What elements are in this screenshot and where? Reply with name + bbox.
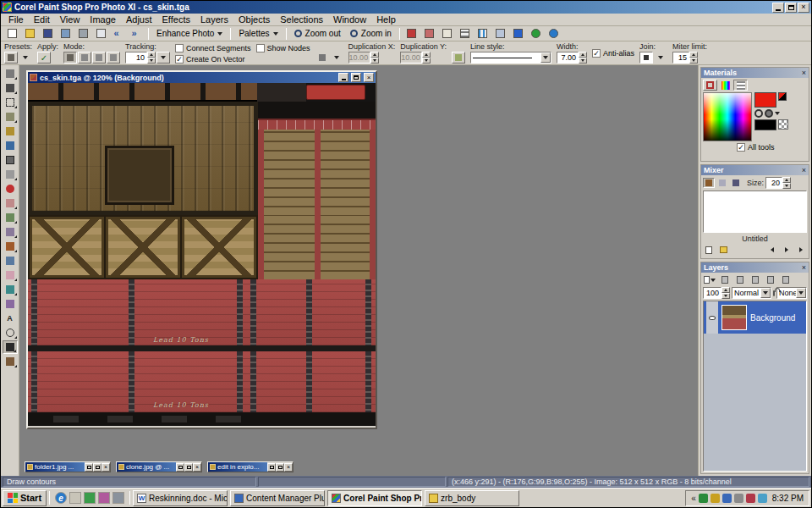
style-chevron-icon[interactable]: [775, 112, 780, 115]
min-maximize-button[interactable]: [93, 463, 102, 472]
zoom-out-button[interactable]: Zoom out: [290, 27, 345, 41]
print-icon[interactable]: [92, 27, 109, 41]
swap-button[interactable]: [452, 52, 465, 64]
pen-tool[interactable]: [3, 340, 18, 354]
menu-adjust[interactable]: Adjust: [121, 14, 157, 25]
tray-display-icon[interactable]: [758, 494, 767, 503]
app-titlebar[interactable]: Corel Paint Shop Pro Photo XI - cs_skin.…: [1, 1, 811, 14]
preferences-icon[interactable]: [528, 27, 545, 41]
dropper-tool[interactable]: [3, 139, 18, 152]
link-set-dropdown[interactable]: None: [776, 287, 807, 299]
mixer-open-page-icon[interactable]: [717, 245, 729, 255]
eraser-tool[interactable]: [3, 268, 18, 282]
all-tools-checkbox[interactable]: ✓All tools: [737, 143, 775, 152]
delete-layer-icon[interactable]: [733, 274, 747, 285]
width-up[interactable]: [579, 52, 587, 58]
text-tool[interactable]: A: [3, 312, 18, 325]
picture-tube-tool[interactable]: [3, 297, 18, 311]
node-type-chevron[interactable]: [330, 52, 343, 64]
selection-tool[interactable]: [3, 96, 18, 109]
materials-close-icon[interactable]: ×: [802, 69, 806, 77]
task-zrb-body-folder[interactable]: zrb_body: [425, 490, 519, 506]
width-spinner[interactable]: 7.00: [557, 52, 587, 64]
tray-chevron-icon[interactable]: «: [691, 494, 696, 503]
snap-to-grid-icon[interactable]: [510, 27, 527, 41]
style-gradient-button[interactable]: [765, 109, 773, 118]
minimized-window-folder1[interactable]: folder1.jpg ... ×: [25, 461, 111, 472]
tracking-slider-button[interactable]: [156, 52, 170, 64]
mode-edit-button[interactable]: [107, 52, 120, 64]
menu-window[interactable]: Window: [328, 14, 371, 25]
snap-to-guides-icon[interactable]: [492, 27, 509, 41]
task-content-manager[interactable]: Content Manager Plus: [230, 490, 325, 506]
doc-minimize-button[interactable]: [338, 73, 348, 82]
background-color-swatch[interactable]: [754, 119, 776, 130]
grid-icon[interactable]: [457, 27, 474, 41]
open-file-icon[interactable]: [21, 27, 38, 41]
new-file-icon[interactable]: [3, 27, 20, 41]
zoom-in-button[interactable]: Zoom in: [346, 27, 396, 41]
crop-tool[interactable]: [3, 153, 18, 167]
tray-network-icon[interactable]: [722, 494, 732, 503]
red-eye-tool[interactable]: [3, 182, 18, 196]
tray-antivirus-icon[interactable]: [699, 494, 708, 503]
layers-close-icon[interactable]: ×: [802, 264, 806, 272]
close-button[interactable]: ×: [798, 3, 809, 13]
flood-fill-tool[interactable]: [3, 283, 18, 296]
show-desktop-icon[interactable]: [69, 492, 81, 504]
mail-icon[interactable]: [98, 492, 110, 504]
min-restore-button[interactable]: [85, 463, 93, 472]
mode-draw-freehand-button[interactable]: [92, 52, 106, 64]
enhance-photo-button[interactable]: Enhance Photo: [152, 27, 227, 41]
magic-wand-tool[interactable]: [3, 124, 18, 138]
menu-file[interactable]: File: [3, 14, 29, 25]
blend-mode-dropdown[interactable]: Normal: [732, 287, 771, 299]
layers-titlebar[interactable]: Layers ×: [701, 262, 809, 273]
doc-close-button[interactable]: ×: [364, 73, 374, 82]
tray-update-icon[interactable]: [710, 494, 720, 503]
warp-brush-tool[interactable]: [3, 355, 18, 368]
palettes-button[interactable]: Palettes: [234, 27, 282, 41]
start-button[interactable]: Start: [3, 490, 47, 506]
mode-draw-point-button[interactable]: [78, 52, 91, 64]
maximize-button[interactable]: [785, 3, 797, 13]
internet-explorer-icon[interactable]: e: [55, 492, 67, 504]
show-nodes-checkbox[interactable]: Show Nodes: [256, 44, 310, 52]
pick-tool[interactable]: [3, 81, 18, 95]
line-style-chevron[interactable]: [540, 52, 551, 63]
min-restore-button[interactable]: [267, 463, 276, 472]
presets-chevron[interactable]: [19, 52, 32, 64]
min-maximize-button[interactable]: [184, 463, 193, 472]
tray-volume-icon[interactable]: [734, 494, 743, 503]
mixer-titlebar[interactable]: Mixer ×: [701, 165, 809, 175]
width-down[interactable]: [579, 58, 587, 64]
mixer-dropper-icon[interactable]: [730, 178, 742, 188]
menu-edit[interactable]: Edit: [29, 14, 55, 25]
apply-button[interactable]: ✓: [37, 52, 51, 64]
min-maximize-button[interactable]: [276, 463, 284, 472]
duplicate-layer-icon[interactable]: [718, 274, 732, 285]
style-solid-button[interactable]: [754, 109, 763, 118]
capture-setup-icon[interactable]: [421, 27, 438, 41]
connect-segments-checkbox[interactable]: Connect Segments: [175, 44, 251, 52]
mixer-brush-icon[interactable]: [703, 178, 715, 188]
clone-tool[interactable]: [3, 211, 18, 224]
media-player-icon[interactable]: [84, 492, 96, 504]
mixer-new-page-icon[interactable]: [703, 245, 715, 255]
menu-view[interactable]: View: [55, 14, 85, 25]
menu-objects[interactable]: Objects: [233, 14, 275, 25]
undo-icon[interactable]: «: [110, 27, 127, 41]
scan-icon[interactable]: [74, 27, 91, 41]
transparency-toggle[interactable]: [778, 119, 788, 130]
new-layer-button[interactable]: [703, 274, 716, 285]
mixer-size-down[interactable]: [782, 183, 791, 189]
tracking-spinner[interactable]: 10: [125, 52, 156, 64]
node-type-button[interactable]: [315, 52, 329, 64]
line-style-dropdown[interactable]: [470, 52, 551, 64]
layer-group-icon[interactable]: [749, 274, 762, 285]
screen-capture-icon[interactable]: [403, 27, 420, 41]
min-close-button[interactable]: ×: [102, 463, 110, 472]
menu-selections[interactable]: Selections: [275, 14, 328, 25]
preset-shapes-tool[interactable]: [3, 326, 18, 340]
canvas-area[interactable]: cs_skin.tga @ 120% (Background) ×: [19, 65, 698, 476]
